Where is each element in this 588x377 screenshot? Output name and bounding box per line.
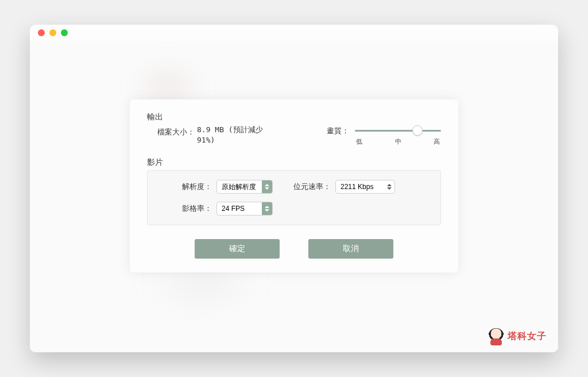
quality-slider-wrap: 低 中 高 [355,125,441,146]
bitrate-label: 位元速率： [293,182,335,192]
brand-watermark: 塔科女子 [488,328,547,344]
quality-block: 畫質： 低 中 高 [327,125,441,146]
resolution-value: 原始解析度 [217,182,262,192]
tick-mid: 中 [395,137,401,146]
framerate-value: 24 FPS [217,205,262,213]
quality-slider[interactable] [355,125,441,136]
video-settings-box: 解析度： 原始解析度 位元速率： 2211 Kbps 影格率： 24 FPS [147,170,441,225]
slider-line [355,130,441,132]
settings-panel: 輸出 檔案大小： 8.9 MB (預計減少91%) 畫質： 低 中 高 [130,99,458,272]
output-section-title: 輸出 [147,112,441,122]
ok-button[interactable]: 確定 [195,239,280,259]
video-section-title: 影片 [147,157,441,168]
resolution-label: 解析度： [159,182,216,192]
framerate-row: 影格率： 24 FPS [159,202,429,216]
stepper-icon [262,180,272,193]
cancel-button[interactable]: 取消 [308,239,393,259]
bitrate-value: 2211 Kbps [336,183,386,191]
app-window: 輸出 檔案大小： 8.9 MB (預計減少91%) 畫質： 低 中 高 [30,25,558,352]
framerate-select[interactable]: 24 FPS [216,202,273,216]
titlebar [30,25,558,41]
close-window-button[interactable] [38,29,45,36]
filesize-label: 檔案大小： [157,125,195,137]
brand-text: 塔科女子 [508,330,547,343]
maximize-window-button[interactable] [61,29,68,36]
bitrate-input[interactable]: 2211 Kbps [335,180,395,194]
slider-ticks: 低 中 高 [355,137,441,146]
tick-low: 低 [356,137,362,146]
filesize-value: 8.9 MB (預計減少91%) [197,125,277,145]
slider-thumb[interactable] [412,125,423,136]
quality-label: 畫質： [327,125,349,136]
minimize-window-button[interactable] [49,29,56,36]
stepper-icon [386,180,394,193]
stepper-icon [262,202,272,215]
brand-avatar-icon [488,328,504,344]
button-row: 確定 取消 [147,239,441,259]
tick-high: 高 [434,137,440,146]
resolution-row: 解析度： 原始解析度 位元速率： 2211 Kbps [159,180,429,194]
resolution-select[interactable]: 原始解析度 [216,180,273,194]
framerate-label: 影格率： [159,203,216,214]
output-row: 檔案大小： 8.9 MB (預計減少91%) 畫質： 低 中 高 [147,125,441,146]
